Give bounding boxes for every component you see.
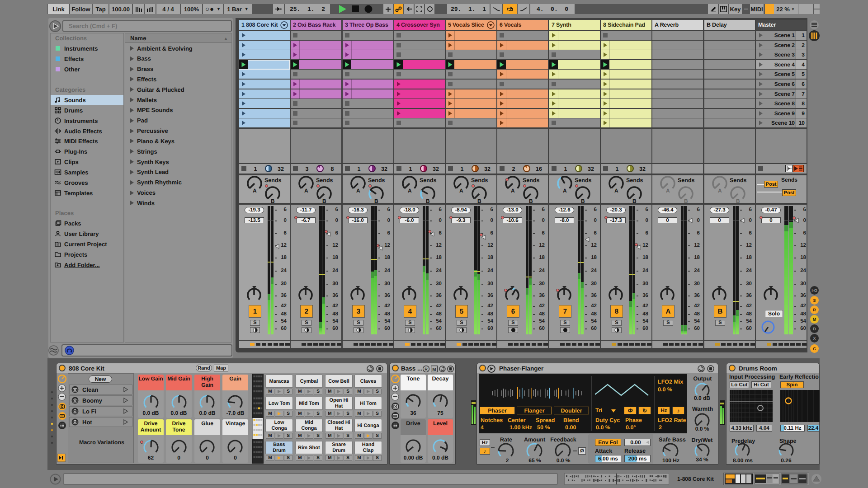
svg-text:R: R <box>425 367 428 371</box>
svg-text:M: M <box>432 367 436 372</box>
